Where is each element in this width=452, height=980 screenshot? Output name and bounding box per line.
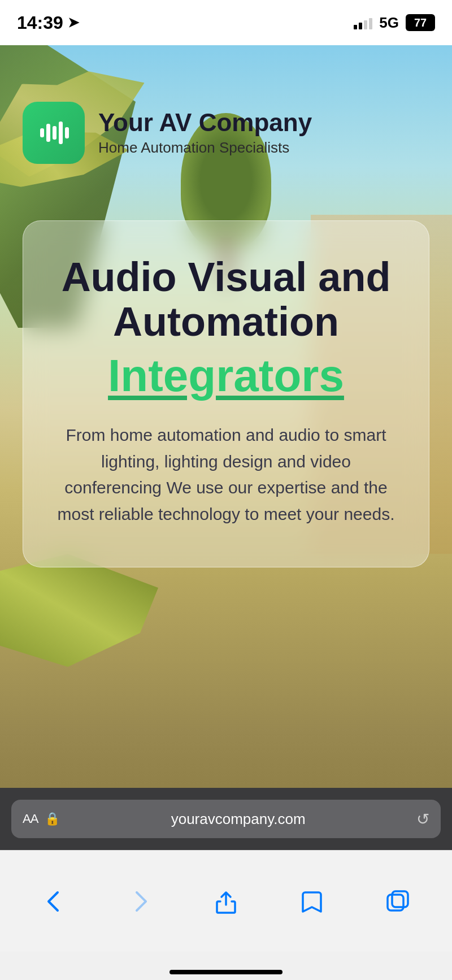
bookmarks-button[interactable] — [289, 879, 334, 924]
app-header: Your AV Company Home Automation Speciali… — [23, 102, 312, 164]
safari-navigation — [0, 850, 452, 952]
reload-icon[interactable]: ↺ — [416, 810, 429, 829]
app-subtitle: Home Automation Specialists — [98, 139, 312, 157]
tabs-button[interactable] — [375, 879, 420, 924]
signal-bar-1 — [354, 25, 357, 29]
forward-button[interactable] — [118, 879, 163, 924]
status-time: 14:39 ➤ — [17, 12, 79, 33]
url-display[interactable]: youravcompany.com — [67, 810, 410, 828]
hero-description: From home automation and audio to smart … — [51, 422, 401, 527]
svg-rect-6 — [392, 891, 408, 907]
app-icon — [23, 102, 85, 164]
network-type: 5G — [379, 14, 399, 32]
hero-heading-line2: Automation — [51, 300, 401, 344]
battery-indicator: 77 — [406, 14, 435, 31]
svg-rect-3 — [59, 122, 63, 144]
hero-card: Audio Visual and Automation Integrators … — [23, 220, 429, 567]
svg-rect-1 — [46, 124, 50, 142]
url-bar[interactable]: AA 🔒 youravcompany.com ↺ — [11, 800, 441, 838]
hero-heading-accent: Integrators — [51, 350, 401, 402]
browser-bar: AA 🔒 youravcompany.com ↺ — [0, 788, 452, 850]
text-size-control[interactable]: AA — [23, 812, 38, 826]
signal-bar-3 — [364, 20, 367, 29]
time-display: 14:39 — [17, 12, 63, 33]
location-icon: ➤ — [68, 15, 79, 31]
share-button[interactable] — [203, 879, 249, 924]
back-button[interactable] — [32, 879, 77, 924]
security-lock-icon: 🔒 — [45, 812, 60, 826]
app-title-block: Your AV Company Home Automation Speciali… — [98, 109, 312, 156]
hero-heading-line1: Audio Visual and — [51, 255, 401, 300]
svg-rect-4 — [65, 127, 69, 138]
signal-bars — [354, 16, 372, 29]
waveform-icon — [36, 115, 72, 151]
hero-section: Your AV Company Home Automation Speciali… — [0, 45, 452, 853]
status-bar: 14:39 ➤ 5G 77 — [0, 0, 452, 45]
home-indicator — [169, 970, 282, 974]
status-right: 5G 77 — [354, 14, 435, 32]
signal-bar-4 — [369, 18, 372, 29]
svg-rect-5 — [388, 895, 403, 910]
app-name: Your AV Company — [98, 109, 312, 136]
svg-rect-0 — [40, 128, 44, 137]
signal-bar-2 — [359, 23, 362, 29]
svg-rect-2 — [53, 126, 56, 140]
